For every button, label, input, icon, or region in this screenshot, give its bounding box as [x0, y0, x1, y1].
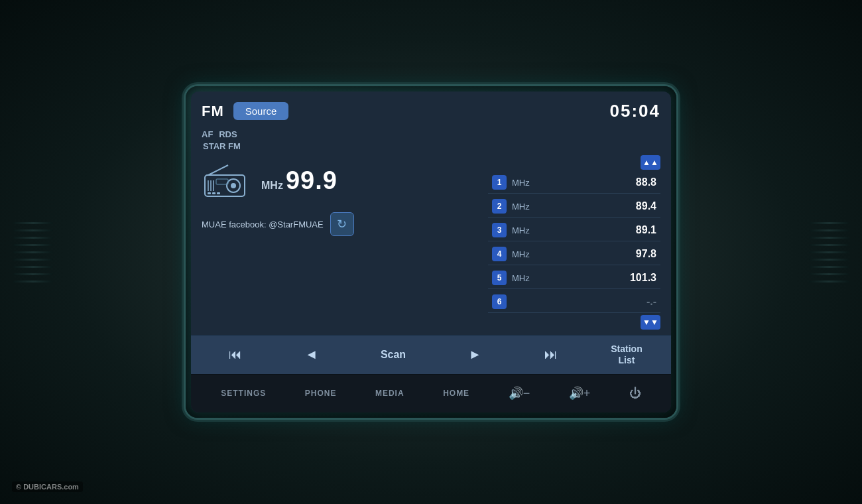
- volume-down-button[interactable]: 🔊−: [503, 383, 536, 403]
- af-label: AF: [202, 129, 213, 139]
- af-rds-row: AF RDS: [202, 128, 660, 140]
- station-num-5: 5: [492, 271, 507, 285]
- station-list-panel: ▲▲ 1 MHz 88.8 2 MHz 89.4: [488, 155, 660, 330]
- screen-bezel: FM Source 05:04 AF RDS STAR FM: [186, 86, 676, 418]
- station-num-1: 1: [492, 175, 507, 190]
- station-item-1[interactable]: 1 MHz 88.8: [488, 172, 660, 194]
- rds-text: MUAE facebook: @StarFMUAE: [202, 220, 324, 229]
- station-name: STAR FM: [203, 141, 241, 151]
- source-button[interactable]: Source: [233, 102, 289, 120]
- phone-button[interactable]: PHONE: [300, 386, 342, 401]
- station-mhz-2: MHz: [512, 202, 538, 212]
- scroll-down-button[interactable]: ▼▼: [641, 315, 660, 330]
- hardware-bar: SETTINGS PHONE MEDIA HOME 🔊− 🔊+ ⏻: [191, 374, 671, 413]
- mhz-prefix: MHz: [261, 180, 283, 192]
- svg-rect-10: [217, 192, 220, 194]
- frequency-number: 99.9: [286, 166, 338, 195]
- settings-button[interactable]: SETTINGS: [216, 386, 271, 401]
- station-num-3: 3: [492, 223, 507, 237]
- vent-right: [809, 159, 849, 345]
- media-button[interactable]: MEDIA: [370, 386, 410, 401]
- station-freq-1: 88.8: [544, 176, 656, 188]
- control-bar: ⏮ ◄ Scan ► ⏭ StationList: [191, 335, 671, 374]
- car-surround: FM Source 05:04 AF RDS STAR FM: [0, 0, 862, 504]
- watermark: © DUBICARS.com: [12, 481, 83, 492]
- station-item-3[interactable]: 3 MHz 89.1: [488, 220, 660, 241]
- refresh-button[interactable]: ↻: [330, 212, 354, 236]
- station-num-4: 4: [492, 247, 507, 261]
- station-mhz-1: MHz: [512, 178, 538, 188]
- screen: FM Source 05:04 AF RDS STAR FM: [191, 92, 671, 412]
- time-display: 05:04: [610, 101, 661, 121]
- prev-track-button[interactable]: ⏮: [219, 343, 251, 366]
- rewind-button[interactable]: ◄: [296, 343, 328, 366]
- forward-button[interactable]: ►: [460, 343, 491, 366]
- middle-section: MHz 99.9 MUAE facebook: @StarFMUAE ↻: [202, 155, 660, 330]
- station-name-row: STAR FM: [202, 141, 660, 151]
- station-freq-6: -.-: [544, 296, 656, 308]
- svg-rect-9: [212, 192, 216, 194]
- station-num-6: 6: [492, 294, 507, 309]
- station-mhz-4: MHz: [512, 249, 538, 259]
- station-mhz-5: MHz: [512, 273, 538, 283]
- station-freq-3: 89.1: [544, 224, 656, 236]
- station-list-button[interactable]: StationList: [611, 344, 642, 366]
- svg-point-5: [231, 183, 236, 188]
- screen-main: FM Source 05:04 AF RDS STAR FM: [191, 92, 671, 335]
- svg-line-6: [208, 165, 228, 175]
- top-row: FM Source 05:04: [202, 101, 660, 121]
- radio-freq-row: MHz 99.9: [202, 162, 481, 199]
- rds-text-row: MUAE facebook: @StarFMUAE ↻: [202, 212, 481, 236]
- next-track-button[interactable]: ⏭: [535, 343, 567, 366]
- fm-label: FM: [202, 103, 224, 120]
- scan-button[interactable]: Scan: [371, 345, 415, 365]
- rds-label: RDS: [219, 129, 237, 139]
- station-freq-5: 101.3: [544, 272, 656, 284]
- station-mhz-3: MHz: [512, 225, 538, 235]
- volume-up-button[interactable]: 🔊+: [564, 383, 596, 403]
- station-item-6[interactable]: 6 -.-: [488, 291, 660, 313]
- home-button[interactable]: HOME: [438, 386, 475, 401]
- station-num-2: 2: [492, 199, 507, 214]
- radio-icon: [202, 162, 248, 199]
- svg-rect-7: [216, 179, 228, 184]
- station-item-2[interactable]: 2 MHz 89.4: [488, 196, 660, 218]
- svg-rect-8: [208, 192, 211, 194]
- freq-display: MHz 99.9: [261, 166, 338, 195]
- left-panel: MHz 99.9 MUAE facebook: @StarFMUAE ↻: [202, 155, 481, 236]
- station-freq-2: 89.4: [544, 200, 656, 212]
- station-item-5[interactable]: 5 MHz 101.3: [488, 267, 660, 289]
- vent-left: [13, 159, 53, 345]
- station-item-4[interactable]: 4 MHz 97.8: [488, 243, 660, 265]
- power-button[interactable]: ⏻: [624, 384, 646, 403]
- scroll-up-button[interactable]: ▲▲: [641, 155, 660, 170]
- fm-source-area: FM Source: [202, 102, 288, 120]
- station-freq-4: 97.8: [544, 248, 656, 260]
